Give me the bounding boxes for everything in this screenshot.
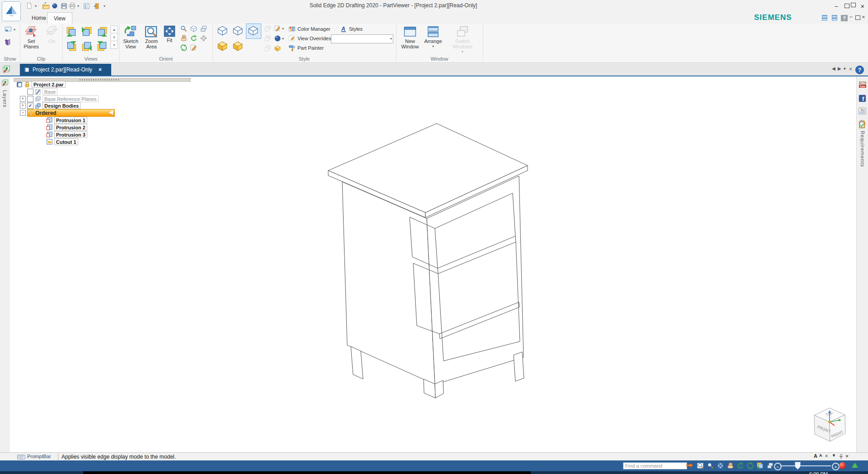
zoom-out-button[interactable]: − [774, 463, 782, 470]
child-restore-button[interactable] [855, 15, 860, 21]
edge-painter-dropdown[interactable]: ▾ [282, 27, 284, 31]
statusbar-zoom-area-button[interactable] [696, 461, 705, 470]
wireframe-style-button[interactable] [216, 24, 229, 37]
zoom-button[interactable] [179, 24, 188, 33]
new-document-button[interactable] [25, 2, 33, 10]
ordered-selected-item[interactable]: Ordered [27, 109, 115, 117]
tree-row-ordered[interactable]: − Ordered [20, 109, 115, 116]
zoom-in-button[interactable]: + [832, 463, 840, 470]
pan-view-button[interactable] [189, 24, 198, 33]
tree-row-root[interactable]: Project 2.par [16, 81, 66, 88]
statusbar-zoom-button[interactable] [706, 461, 715, 470]
tree-label[interactable]: Protrusion 3 [54, 131, 87, 138]
collapse-chevrons-icon[interactable]: « [824, 455, 830, 457]
statusbar-pan-button[interactable] [726, 461, 735, 470]
print-button[interactable] [68, 2, 76, 10]
tree-label[interactable]: Protrusion 2 [54, 124, 87, 131]
shaded-style-button[interactable] [216, 40, 229, 52]
views-scroll-down[interactable]: ▾ [110, 33, 118, 41]
layers-tab-icon[interactable] [1, 79, 9, 86]
child-minimize-button[interactable]: – [849, 14, 853, 20]
perspective-dropdown[interactable]: ▾ [282, 37, 284, 41]
tree-label[interactable]: Project 2.par [32, 81, 66, 88]
tree-row-cutout-1[interactable]: Cutout 1 [46, 138, 78, 145]
child-close-button[interactable]: × [862, 14, 865, 20]
layers-panel-icon[interactable] [2, 65, 10, 73]
views-gallery-expand[interactable]: ▾ [110, 41, 118, 49]
arrange-dropdown[interactable]: ▾ [432, 44, 434, 49]
style-combobox-dropdown[interactable]: ▾ [390, 37, 392, 41]
tree-row-base-reference-planes[interactable]: + Base Reference Planes [20, 95, 99, 102]
view-left-button[interactable] [65, 40, 78, 52]
view-right-button[interactable] [96, 25, 108, 38]
zoom-area-button[interactable]: Zoom Area [142, 24, 161, 49]
statusbar-rotate-button[interactable] [736, 461, 745, 470]
pin-icon[interactable] [838, 454, 844, 460]
reflections-button[interactable] [263, 34, 272, 43]
open-button[interactable] [42, 2, 50, 10]
tree-row-protrusion-1[interactable]: Protrusion 1 [46, 117, 87, 123]
shaded-with-edges-button[interactable] [231, 40, 244, 52]
tab-scroll-left[interactable]: ◀ [832, 66, 835, 71]
help-button[interactable]: ? [841, 15, 848, 21]
perspective-button[interactable] [273, 34, 282, 43]
font-increase-button[interactable]: A [814, 453, 817, 459]
shadows-button[interactable] [263, 24, 272, 33]
visible-hidden-edges-button[interactable] [231, 24, 244, 37]
tree-label[interactable]: Cutout 1 [54, 138, 78, 145]
zoom-slider-handle[interactable] [795, 462, 801, 469]
statusbar-window-views-button[interactable] [766, 461, 774, 470]
edge-painter-button[interactable] [273, 24, 282, 33]
spin-about-button[interactable] [199, 34, 208, 42]
show-dropdown[interactable]: ▾ [14, 28, 15, 32]
tree-label[interactable]: Design Bodies [42, 102, 80, 109]
texture-button[interactable] [273, 44, 282, 52]
requirements-tab[interactable]: Requirements [860, 131, 865, 167]
collapse-minus-icon[interactable]: − [20, 110, 26, 116]
stacked-windows-icon[interactable] [831, 14, 839, 21]
refresh-view-button[interactable] [179, 43, 188, 52]
expand-plus-icon[interactable]: + [20, 96, 26, 102]
visibility-overlays-button[interactable] [4, 25, 13, 33]
maximize-view-arrow-icon[interactable] [852, 463, 858, 468]
exit-button[interactable] [92, 2, 100, 10]
tree-label[interactable]: Base [42, 88, 57, 95]
statusbar-sketch-view-button[interactable] [756, 461, 764, 470]
new-document-dropdown[interactable]: ▾ [33, 2, 38, 10]
find-command-input[interactable] [623, 462, 687, 469]
windows-taskbar[interactable]: 6:09 PM [0, 471, 868, 474]
view-back-button[interactable] [96, 40, 108, 52]
font-decrease-button[interactable]: A [819, 453, 822, 458]
switch-windows-button[interactable]: Switch Windows ▾ [447, 24, 478, 55]
statusbar-refresh-button[interactable] [746, 461, 755, 470]
help-badge[interactable]: ? [855, 66, 864, 74]
view-cube[interactable]: TOP FRONT RIGHT [807, 402, 852, 447]
tab-list-dropdown[interactable]: ▾ [844, 66, 846, 71]
spreadsheet-icon[interactable] [859, 107, 866, 115]
tree-row-protrusion-3[interactable]: Protrusion 3 [46, 131, 87, 138]
named-views-button[interactable] [189, 43, 198, 52]
tree-row-base[interactable]: Base [27, 88, 57, 95]
tab-close-button[interactable]: × [849, 66, 852, 72]
view-top-button[interactable] [80, 25, 93, 38]
web-lookup-button[interactable] [51, 2, 59, 10]
visible-edges-button[interactable] [247, 24, 259, 37]
fit-button[interactable]: Fit [162, 24, 177, 43]
views-scroll-up[interactable]: ▲ [110, 25, 118, 33]
flip-display-button[interactable] [4, 38, 13, 46]
minimize-button[interactable]: – [830, 2, 843, 10]
property-manager-button[interactable] [82, 2, 90, 10]
run-command-arrow-icon[interactable] [685, 461, 694, 470]
style-combobox[interactable]: ▾ [331, 34, 393, 43]
sketch-view-button[interactable]: Sketch View [120, 24, 141, 49]
rotate-button[interactable] [189, 34, 198, 42]
previous-view-button[interactable] [199, 24, 208, 33]
taskbar-window-preview[interactable] [83, 471, 531, 474]
application-button[interactable] [2, 1, 21, 21]
set-planes-button[interactable]: Set Planes [21, 24, 42, 49]
tab-view[interactable]: View [47, 12, 72, 24]
document-tab[interactable]: Project 2.par][Read-Only × [20, 64, 111, 76]
checkbox-unchecked[interactable] [27, 89, 33, 95]
expand-plus-icon[interactable]: + [20, 103, 26, 109]
checkbox-checked[interactable]: ✓ [27, 103, 33, 109]
